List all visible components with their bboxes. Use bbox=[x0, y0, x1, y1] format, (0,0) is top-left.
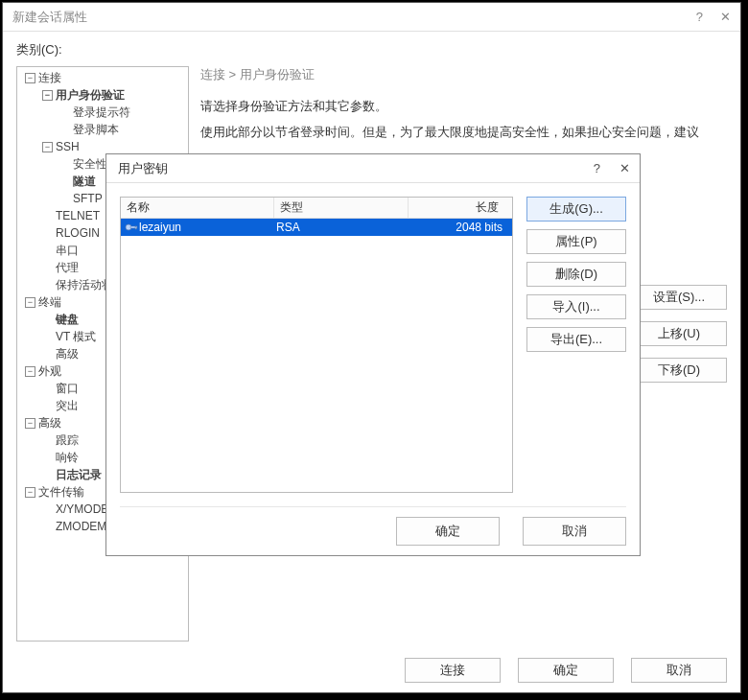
tree-item-label: 登录提示符 bbox=[73, 105, 130, 121]
tree-item[interactable]: 登录脚本 bbox=[17, 121, 188, 138]
properties-button[interactable]: 属性(P) bbox=[526, 229, 626, 254]
modal-footer: 确定 取消 bbox=[120, 506, 626, 546]
modal-main: 名称 类型 长度 lezaiyunRSA2048 bits 生成(G)... 属… bbox=[120, 197, 626, 493]
column-header-length[interactable]: 长度 bbox=[409, 198, 512, 218]
tree-item-label: SSH bbox=[56, 140, 80, 153]
desc-line-2: 使用此部分以节省登录时间。但是，为了最大限度地提高安全性，如果担心安全问题，建议 bbox=[200, 123, 727, 143]
tree-item-label: 连接 bbox=[38, 70, 61, 86]
listview-header: 名称 类型 长度 bbox=[121, 198, 512, 219]
tree-item-label: 高级 bbox=[38, 415, 61, 432]
svg-rect-2 bbox=[135, 226, 136, 229]
help-icon[interactable]: ? bbox=[696, 10, 703, 24]
settings-button[interactable]: 设置(S)... bbox=[631, 285, 727, 310]
tree-item-label: 登录脚本 bbox=[73, 122, 119, 138]
tree-item-label: 隧道 bbox=[73, 174, 96, 190]
tree-item-label: 外观 bbox=[38, 363, 61, 380]
key-length: 2048 bits bbox=[409, 219, 512, 236]
tree-item-label: 串口 bbox=[56, 243, 79, 259]
auth-side-buttons: 设置(S)... 上移(U) 下移(D) bbox=[631, 285, 727, 383]
close-icon[interactable]: ✕ bbox=[619, 161, 630, 175]
modal-side-buttons: 生成(G)... 属性(P) 删除(D) 导入(I)... 导出(E)... bbox=[526, 197, 626, 493]
tree-item-label: TELNET bbox=[56, 209, 100, 222]
tree-toggle-icon[interactable]: − bbox=[25, 297, 35, 308]
key-row[interactable]: lezaiyunRSA2048 bits bbox=[121, 219, 512, 236]
parent-ok-button[interactable]: 确定 bbox=[518, 658, 614, 683]
tree-toggle-icon[interactable]: − bbox=[25, 418, 35, 429]
listview-rows: lezaiyunRSA2048 bits bbox=[121, 219, 512, 236]
key-listview[interactable]: 名称 类型 长度 lezaiyunRSA2048 bits bbox=[120, 197, 513, 493]
tree-item-label: 键盘 bbox=[56, 312, 79, 328]
tree-item-label: 响铃 bbox=[56, 450, 79, 466]
help-icon[interactable]: ? bbox=[594, 161, 600, 175]
tree-item-label: VT 模式 bbox=[56, 329, 96, 345]
tree-toggle-icon[interactable]: − bbox=[25, 366, 35, 377]
tree-item-label: ZMODEM bbox=[56, 520, 106, 533]
modal-title: 用户密钥 bbox=[118, 160, 168, 177]
move-up-button[interactable]: 上移(U) bbox=[631, 321, 727, 346]
modal-ok-button[interactable]: 确定 bbox=[396, 517, 500, 546]
generate-button[interactable]: 生成(G)... bbox=[526, 197, 626, 222]
tree-item-label: 日志记录 bbox=[56, 467, 102, 483]
breadcrumb: 连接 > 用户身份验证 bbox=[200, 66, 727, 83]
tree-item-label: 窗口 bbox=[56, 381, 79, 397]
modal-titlebar-controls: ? ✕ bbox=[594, 161, 630, 175]
desc-line-1: 请选择身份验证方法和其它参数。 bbox=[200, 97, 727, 117]
key-icon bbox=[125, 222, 138, 233]
tree-item-label: RLOGIN bbox=[56, 226, 100, 240]
tree-item[interactable]: −用户身份验证 bbox=[17, 86, 188, 104]
tree-item-label: 高级 bbox=[56, 346, 79, 362]
parent-titlebar-controls: ? ✕ bbox=[696, 10, 731, 24]
tree-item-label: SFTP bbox=[73, 192, 103, 205]
user-key-dialog: 用户密钥 ? ✕ 名称 类型 长度 lezaiyunRSA2048 bits 生… bbox=[105, 153, 641, 556]
tree-item[interactable]: −连接 bbox=[17, 69, 188, 86]
tree-toggle-icon[interactable]: − bbox=[25, 487, 35, 498]
modal-cancel-button[interactable]: 取消 bbox=[523, 517, 626, 546]
column-header-type[interactable]: 类型 bbox=[274, 198, 409, 218]
tree-toggle-icon[interactable]: − bbox=[25, 73, 35, 83]
tree-item-label: 跟踪 bbox=[56, 432, 79, 449]
tree-item-label: 终端 bbox=[38, 294, 61, 311]
tree-item[interactable]: 登录提示符 bbox=[17, 104, 188, 121]
tree-item-label: 文件传输 bbox=[38, 484, 84, 501]
parent-cancel-button[interactable]: 取消 bbox=[631, 658, 727, 683]
delete-button[interactable]: 删除(D) bbox=[526, 262, 626, 287]
category-label: 类别(C): bbox=[16, 41, 62, 58]
modal-titlebar: 用户密钥 ? ✕ bbox=[106, 154, 640, 183]
key-name: lezaiyun bbox=[139, 221, 181, 234]
parent-footer: 连接 确定 取消 bbox=[405, 658, 727, 683]
tree-item-label: 安全性 bbox=[73, 156, 107, 173]
tree-item-label: 用户身份验证 bbox=[56, 87, 125, 104]
move-down-button[interactable]: 下移(D) bbox=[631, 358, 727, 383]
column-header-name[interactable]: 名称 bbox=[121, 198, 274, 218]
close-icon[interactable]: ✕ bbox=[720, 10, 731, 24]
tree-toggle-icon[interactable]: − bbox=[42, 142, 53, 152]
modal-body: 名称 类型 长度 lezaiyunRSA2048 bits 生成(G)... 属… bbox=[106, 183, 640, 555]
connect-button[interactable]: 连接 bbox=[405, 658, 501, 683]
export-button[interactable]: 导出(E)... bbox=[526, 327, 626, 352]
key-type: RSA bbox=[274, 219, 409, 236]
tree-item-label: 代理 bbox=[56, 260, 79, 276]
tree-toggle-icon[interactable]: − bbox=[42, 90, 53, 101]
parent-titlebar: 新建会话属性 ? ✕ bbox=[3, 3, 740, 32]
tree-item-label: 突出 bbox=[56, 398, 79, 414]
parent-title: 新建会话属性 bbox=[12, 9, 87, 26]
import-button[interactable]: 导入(I)... bbox=[526, 294, 626, 319]
